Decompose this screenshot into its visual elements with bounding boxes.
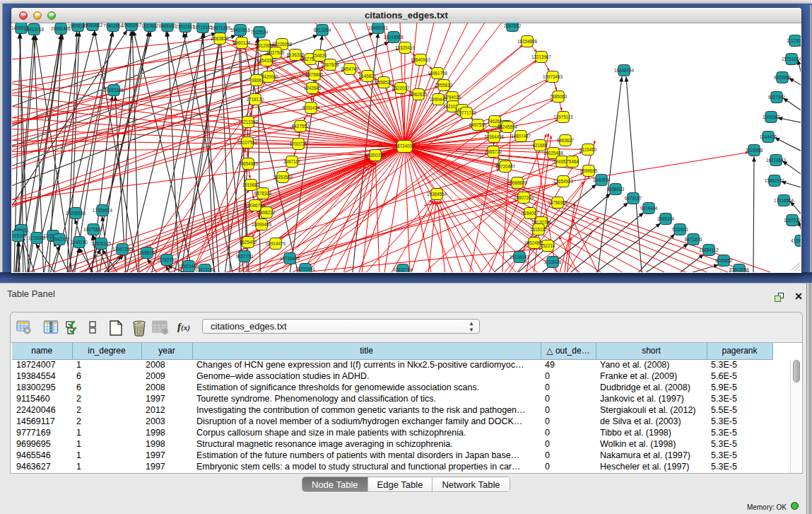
svg-text:7632621: 7632621 — [671, 226, 689, 231]
svg-text:12975115: 12975115 — [553, 114, 573, 119]
svg-text:1615112: 1615112 — [530, 226, 548, 231]
svg-text:9327505: 9327505 — [267, 49, 285, 54]
svg-text:16107552: 16107552 — [237, 139, 258, 144]
svg-text:79402654: 79402654 — [103, 23, 124, 28]
svg-text:621665: 621665 — [532, 142, 548, 147]
svg-text:19654983: 19654983 — [238, 160, 259, 165]
svg-text:2367608: 2367608 — [322, 62, 339, 66]
svg-text:1167533: 1167533 — [784, 217, 801, 222]
svg-text:1700726: 1700726 — [290, 141, 307, 146]
svg-text:18640910: 18640910 — [411, 57, 431, 62]
svg-text:10433218: 10433218 — [24, 26, 45, 31]
svg-text:8878334: 8878334 — [254, 190, 272, 195]
svg-text:9245652: 9245652 — [715, 257, 733, 262]
svg-text:75464: 75464 — [566, 158, 579, 163]
svg-text:7955812: 7955812 — [435, 82, 453, 87]
svg-text:10653267: 10653267 — [122, 23, 142, 28]
svg-text:2935114: 2935114 — [657, 216, 675, 221]
svg-text:83503056: 83503056 — [729, 267, 750, 271]
svg-text:18807249: 18807249 — [514, 194, 534, 199]
svg-text:3912958: 3912958 — [256, 42, 273, 47]
svg-text:7663822: 7663822 — [211, 35, 229, 40]
svg-text:13654923: 13654923 — [553, 178, 574, 183]
svg-text:16210643: 16210643 — [766, 157, 787, 162]
svg-text:9457791: 9457791 — [236, 253, 254, 258]
svg-text:12213383: 12213383 — [238, 119, 259, 124]
svg-text:8322037: 8322037 — [392, 85, 410, 90]
svg-text:18724007: 18724007 — [394, 144, 415, 148]
svg-text:9227341: 9227341 — [768, 94, 786, 99]
svg-text:2087652: 2087652 — [504, 23, 522, 28]
svg-text:41395376: 41395376 — [791, 238, 801, 243]
svg-text:12213967: 12213967 — [531, 54, 552, 59]
svg-text:17957255: 17957255 — [112, 246, 133, 251]
svg-text:8427552: 8427552 — [292, 123, 310, 128]
svg-text:16961758: 16961758 — [428, 70, 448, 75]
svg-text:16914479: 16914479 — [266, 240, 286, 245]
svg-text:10973493: 10973493 — [543, 74, 563, 78]
svg-text:1244415: 1244415 — [760, 134, 777, 139]
svg-text:8660124: 8660124 — [233, 40, 251, 45]
svg-text:1209387: 1209387 — [763, 114, 780, 119]
svg-text:18495931: 18495931 — [368, 25, 389, 30]
svg-text:17359924: 17359924 — [93, 207, 113, 212]
svg-text:3215958: 3215958 — [746, 147, 763, 152]
svg-text:9463627: 9463627 — [557, 137, 575, 142]
svg-text:10654112: 10654112 — [699, 247, 719, 252]
svg-text:89083863: 89083863 — [83, 23, 103, 28]
svg-text:9115460: 9115460 — [579, 146, 597, 151]
svg-text:12942737: 12942737 — [49, 236, 70, 241]
svg-text:9146821: 9146821 — [359, 73, 377, 78]
svg-text:9184067: 9184067 — [522, 210, 539, 215]
svg-text:3267110: 3267110 — [283, 158, 301, 163]
svg-text:25300275: 25300275 — [365, 152, 386, 157]
svg-text:154620: 154620 — [312, 52, 327, 57]
svg-text:19975857: 19975857 — [83, 226, 104, 231]
svg-text:9896: 9896 — [252, 77, 262, 82]
svg-text:1145190: 1145190 — [71, 239, 88, 244]
svg-text:17016504: 17016504 — [774, 197, 794, 202]
svg-text:9699695: 9699695 — [580, 168, 598, 173]
svg-text:1558520: 1558520 — [375, 79, 393, 84]
svg-text:03413164: 03413164 — [195, 267, 216, 271]
svg-text:6479197: 6479197 — [625, 195, 642, 200]
svg-text:9474444: 9474444 — [640, 205, 658, 210]
svg-text:5498222: 5498222 — [258, 209, 276, 214]
svg-text:16154808: 16154808 — [517, 38, 538, 43]
svg-text:6466160: 6466160 — [159, 23, 177, 28]
svg-text:10807487: 10807487 — [511, 133, 531, 138]
svg-text:252214: 252214 — [540, 243, 555, 247]
svg-text:16543382: 16543382 — [257, 57, 277, 62]
svg-text:16099489: 16099489 — [252, 221, 272, 226]
svg-text:16245514: 16245514 — [498, 124, 518, 129]
svg-text:8471676: 8471676 — [685, 236, 702, 241]
svg-text:10958107: 10958107 — [137, 250, 158, 255]
svg-text:7485063: 7485063 — [550, 93, 567, 98]
svg-text:16671355: 16671355 — [211, 25, 231, 30]
svg-text:23226058: 23226058 — [272, 41, 293, 46]
svg-text:15692971: 15692971 — [765, 177, 785, 182]
svg-text:14353584: 14353584 — [273, 174, 293, 179]
svg-text:15720407: 15720407 — [495, 163, 516, 168]
svg-text:9329966: 9329966 — [774, 74, 792, 79]
svg-text:1916682: 1916682 — [242, 182, 260, 187]
svg-text:1112304: 1112304 — [787, 37, 801, 42]
svg-text:1362615: 1362615 — [410, 91, 428, 96]
svg-text:16448794: 16448794 — [614, 67, 635, 72]
svg-text:1527602: 1527602 — [141, 23, 159, 28]
svg-text:6497599: 6497599 — [469, 122, 487, 127]
svg-text:10688609: 10688609 — [507, 180, 528, 185]
svg-text:10025438: 10025438 — [543, 150, 564, 155]
svg-text:20206536: 20206536 — [66, 210, 86, 215]
svg-text:3875685: 3875685 — [306, 71, 324, 76]
svg-text:2718170: 2718170 — [247, 96, 264, 101]
svg-text:8938923: 8938923 — [607, 186, 625, 191]
svg-text:2365722: 2365722 — [485, 148, 502, 153]
svg-text:6794028: 6794028 — [444, 94, 461, 99]
svg-text:75255341: 75255341 — [295, 266, 316, 271]
svg-text:15716485: 15716485 — [280, 255, 300, 260]
svg-text:19218506: 19218506 — [384, 34, 404, 39]
svg-text:3915311: 3915311 — [12, 233, 27, 238]
svg-text:8454749: 8454749 — [341, 66, 359, 71]
svg-text:9242845: 9242845 — [304, 85, 322, 90]
